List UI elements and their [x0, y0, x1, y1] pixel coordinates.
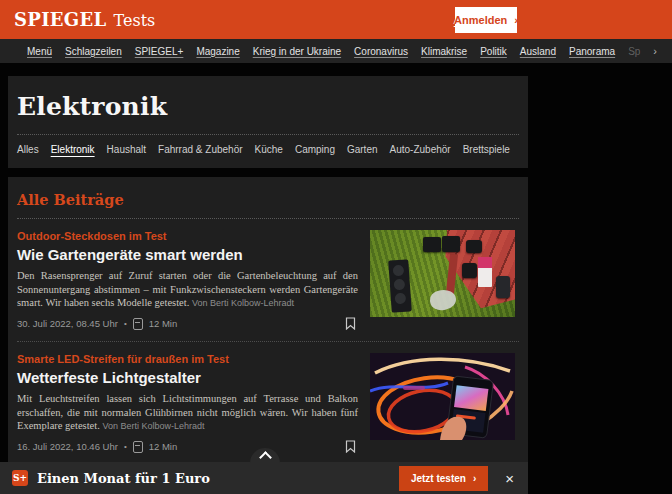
- bookmark-icon[interactable]: [345, 440, 356, 453]
- article-list-panel: Alle Beiträge Outdoor-Steckdosen im Test…: [8, 177, 528, 494]
- article-teaser-1: Outdoor-Steckdosen im Test Wie Gartenger…: [17, 230, 519, 331]
- led-strips-photo: [370, 353, 515, 440]
- nav-item-clipped[interactable]: Sp: [628, 46, 640, 57]
- logo-spiegel: SPIEGEL: [14, 9, 107, 30]
- cta-label: Jetzt testen: [411, 473, 466, 484]
- tab-kueche[interactable]: Küche: [255, 144, 283, 155]
- meta-separator: •: [124, 319, 127, 328]
- article-date: 30. Juli 2022, 08.45 Uhr: [17, 318, 118, 329]
- nav-item-klimakrise[interactable]: Klimakrise: [421, 46, 467, 57]
- product-box: [478, 257, 492, 287]
- tab-auto-zubehoer[interactable]: Auto-Zubehör: [390, 144, 451, 155]
- page-title: Elektronik: [17, 92, 519, 121]
- article-teaser-text: Den Rasensprenger auf Zuruf starten oder…: [17, 269, 358, 310]
- nav-item-coronavirus[interactable]: Coronavirus: [354, 46, 408, 57]
- jetzt-testen-button[interactable]: Jetzt testen ›: [399, 466, 488, 491]
- tab-haushalt[interactable]: Haushalt: [107, 144, 146, 155]
- chevron-right-icon: ›: [514, 14, 518, 26]
- divider: [17, 341, 519, 342]
- article-meta: 30. Juli 2022, 08.45 Uhr • 12 Min: [17, 317, 358, 331]
- meta-separator: •: [124, 442, 127, 451]
- article-meta: 16. Juli 2022, 10.46 Uhr • 12 Min: [17, 440, 358, 454]
- nav-item-spiegel-plus[interactable]: SPIEGEL+: [135, 46, 184, 57]
- nav-item-schlagzeilen[interactable]: Schlagzeilen: [65, 46, 122, 57]
- category-header-panel: Elektronik Alles Elektronik Haushalt Fah…: [8, 76, 528, 168]
- article-date: 16. Juli 2022, 10.46 Uhr: [17, 441, 118, 452]
- banner-offer-text: Einen Monat für 1 Euro: [37, 471, 210, 486]
- reading-time-icon: [133, 318, 143, 330]
- smart-plug: [442, 236, 460, 252]
- tab-brettspiele[interactable]: Brettspiele: [463, 144, 510, 155]
- section-title: Alle Beiträge: [17, 191, 519, 208]
- anmelden-label: Anmelden: [454, 14, 507, 26]
- article-kicker[interactable]: Outdoor-Steckdosen im Test: [17, 230, 358, 242]
- browser-viewport: SPIEGEL Tests Abonnement Anmelden › Menü…: [0, 0, 672, 494]
- chevron-right-icon: ›: [473, 473, 476, 484]
- reading-time-icon: [133, 441, 143, 453]
- article-text: Smarte LED-Streifen für draußen im Test …: [17, 353, 358, 454]
- article-thumbnail[interactable]: [370, 353, 515, 440]
- article-teaser-2: Smarte LED-Streifen für draußen im Test …: [17, 353, 519, 454]
- power-strip: [388, 259, 412, 312]
- tab-fahrrad[interactable]: Fahrrad & Zubehör: [158, 144, 243, 155]
- article-author: Von Berti Kolbow-Lehradt: [102, 421, 204, 431]
- nav-item-ausland[interactable]: Ausland: [520, 46, 556, 57]
- smart-plug: [466, 240, 482, 253]
- article-title[interactable]: Wetterfeste Lichtgestalter: [17, 369, 358, 386]
- divider: [17, 218, 519, 219]
- nav-item-magazine[interactable]: Magazine: [196, 46, 239, 57]
- anmelden-button[interactable]: Anmelden ›: [455, 7, 517, 33]
- tab-garten[interactable]: Garten: [347, 144, 378, 155]
- smart-plug: [423, 237, 441, 252]
- subscription-banner: S+ Einen Monat für 1 Euro Jetzt testen ›…: [0, 462, 528, 494]
- nav-scroll-chevron-icon[interactable]: ›: [653, 45, 657, 57]
- tab-camping[interactable]: Camping: [295, 144, 335, 155]
- tab-alles[interactable]: Alles: [17, 144, 39, 155]
- content-column: Elektronik Alles Elektronik Haushalt Fah…: [8, 63, 528, 494]
- article-title[interactable]: Wie Gartengeräte smart werden: [17, 246, 358, 263]
- close-banner-icon[interactable]: ×: [505, 471, 514, 486]
- article-author: Von Berti Kolbow-Lehradt: [192, 298, 294, 308]
- logo-tests: Tests: [114, 11, 156, 30]
- chevron-up-icon: [259, 451, 272, 464]
- smart-plug: [462, 263, 477, 278]
- smart-plug: [496, 276, 510, 298]
- nav-item-politik[interactable]: Politik: [480, 46, 507, 57]
- article-text: Outdoor-Steckdosen im Test Wie Gartenger…: [17, 230, 358, 331]
- main-nav: Menü Schlagzeilen SPIEGEL+ Magazine Krie…: [0, 39, 672, 63]
- nav-item-ukraine[interactable]: Krieg in der Ukraine: [253, 46, 341, 57]
- nav-item-menu[interactable]: Menü: [27, 46, 52, 57]
- site-header: SPIEGEL Tests Abonnement Anmelden ›: [0, 0, 672, 39]
- spiegel-tests-logo[interactable]: SPIEGEL Tests: [14, 9, 155, 30]
- reading-time: 12 Min: [149, 318, 178, 329]
- category-tabs: Alles Elektronik Haushalt Fahrrad & Zube…: [17, 135, 519, 158]
- tab-elektronik[interactable]: Elektronik: [51, 144, 95, 155]
- spiegel-plus-badge: S+: [12, 470, 28, 486]
- reading-time: 12 Min: [149, 441, 178, 452]
- article-kicker[interactable]: Smarte LED-Streifen für draußen im Test: [17, 353, 358, 365]
- nav-item-panorama[interactable]: Panorama: [569, 46, 615, 57]
- bookmark-icon[interactable]: [345, 317, 356, 330]
- article-teaser-text: Mit Leuchtstreifen lassen sich Lichtstim…: [17, 392, 358, 433]
- article-thumbnail[interactable]: [370, 230, 515, 317]
